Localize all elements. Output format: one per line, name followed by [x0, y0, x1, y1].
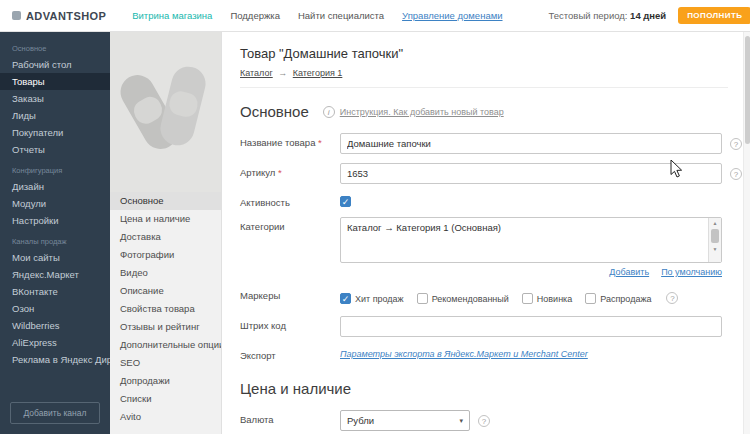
sidebar-item-1-1[interactable]: Модули [0, 195, 110, 212]
marker-checkbox-2[interactable] [522, 293, 533, 304]
sidebar-item-2-5[interactable]: AliExpress [0, 334, 110, 351]
field-row-export: Экспорт Параметры экспорта в Яндекс.Марк… [240, 346, 728, 361]
logo[interactable]: ADVANTSHOP [12, 10, 106, 22]
marker-option-2: Новинка [522, 289, 572, 306]
product-tabs: ОсновноеЦена и наличиеДоставкаФотографии… [110, 192, 221, 426]
export-settings-link[interactable]: Параметры экспорта в Яндекс.Маркет и Mer… [340, 349, 588, 359]
field-label-currency: Валюта [240, 410, 340, 425]
breadcrumb: Каталог → Категория 1 [240, 68, 728, 78]
sidebar-section-title-0: Основное [0, 36, 110, 56]
product-tab-6[interactable]: Свойства товара [110, 300, 221, 318]
scroll-down-icon[interactable]: ▼ [709, 244, 721, 254]
currency-select[interactable]: Рубли ▾ [340, 410, 470, 431]
sidebar-item-1-0[interactable]: Дизайн [0, 178, 110, 195]
barcode-input[interactable] [340, 316, 722, 337]
marker-checkbox-0[interactable]: ✓ [340, 293, 351, 304]
scrollbar-thumb[interactable] [711, 229, 719, 243]
sidebar-item-2-3[interactable]: Озон [0, 300, 110, 317]
product-tab-9[interactable]: SEO [110, 354, 221, 372]
product-tab-10[interactable]: Допродажи [110, 372, 221, 390]
field-label-export: Экспорт [240, 346, 340, 361]
sidebar-item-2-4[interactable]: Wildberries [0, 317, 110, 334]
marker-option-1: Рекомендованный [417, 289, 509, 306]
marker-checkbox-group: ✓Хит продажРекомендованныйНовинкаРаспрод… [340, 289, 664, 307]
product-tab-2[interactable]: Доставка [110, 228, 221, 246]
page-header: Товар "Домашние тапочки" Каталог → Катег… [240, 46, 728, 88]
sidebar-item-2-2[interactable]: ВКонтакте [0, 283, 110, 300]
domains-link[interactable]: Управление доменами [402, 10, 502, 21]
categories-value: Каталог → Категория 1 (Основная) [341, 218, 708, 262]
sidebar-item-0-2[interactable]: Заказы [0, 90, 110, 107]
field-label-name: Название товара * [240, 133, 340, 148]
help-icon-sku[interactable]: ? [730, 168, 742, 180]
logo-text: ADVANTSHOP [26, 10, 106, 22]
trial-period: Тестовый период: 14 дней [549, 10, 667, 21]
breadcrumb-catalog[interactable]: Каталог [240, 68, 273, 78]
scroll-up-icon[interactable]: ▲ [709, 218, 721, 228]
activity-checkbox[interactable]: ✓ [340, 196, 351, 207]
sidebar-item-0-0[interactable]: Рабочий стол [0, 56, 110, 73]
product-tab-0[interactable]: Основное [110, 192, 221, 210]
breadcrumb-category[interactable]: Категория 1 [293, 68, 343, 78]
product-tab-5[interactable]: Описание [110, 282, 221, 300]
help-icon-name[interactable]: ? [730, 138, 742, 150]
marker-checkbox-1[interactable] [417, 293, 428, 304]
product-photo[interactable] [110, 32, 221, 192]
topup-button[interactable]: ПОПОЛНИТЬ [678, 7, 750, 24]
field-row-name: Название товара * ? [240, 133, 728, 154]
marker-label-0: Хит продаж [355, 294, 404, 304]
product-tab-7[interactable]: Отзывы и рейтинг [110, 318, 221, 336]
field-label-markers: Маркеры [240, 286, 340, 301]
chevron-down-icon: ▾ [459, 417, 463, 425]
product-tab-4[interactable]: Видео [110, 264, 221, 282]
add-category-link[interactable]: Добавить [609, 267, 649, 277]
storefront-link[interactable]: Витрина магазина [132, 10, 212, 21]
marker-option-0: ✓Хит продаж [340, 289, 404, 306]
section-heading-main: Основное [240, 103, 309, 120]
product-tab-3[interactable]: Фотографии [110, 246, 221, 264]
help-icon-markers[interactable]: ? [666, 292, 678, 304]
product-tab-11[interactable]: Списки [110, 390, 221, 408]
page-scrollbar-thumb[interactable] [745, 36, 750, 144]
product-name-input[interactable] [340, 133, 722, 154]
help-icon-currency[interactable]: ? [478, 415, 490, 427]
slipper-image-right [157, 63, 209, 149]
field-row-barcode: Штрих код [240, 316, 728, 337]
categories-scrollbar[interactable]: ▲ ▼ [708, 218, 721, 262]
trial-value: 14 дней [630, 10, 666, 21]
categories-box[interactable]: Каталог → Категория 1 (Основная) ▲ ▼ [340, 217, 722, 263]
field-row-activity: Активность ✓ [240, 193, 728, 208]
required-mark: * [278, 167, 282, 178]
sidebar-item-2-1[interactable]: Яндекс.Маркет [0, 266, 110, 283]
sku-input[interactable] [340, 163, 722, 184]
field-row-sku: Артикул * ? [240, 163, 728, 184]
sidebar-nav: ОсновноеРабочий столТоварыЗаказыЛидыПоку… [0, 36, 110, 368]
product-tab-12[interactable]: Avito [110, 408, 221, 426]
find-specialist-link[interactable]: Найти специалиста [298, 10, 384, 21]
instruction-link[interactable]: Инструкция. Как добавить новый товар [340, 107, 504, 117]
breadcrumb-separator: → [278, 68, 287, 78]
sidebar-item-2-0[interactable]: Мои сайты [0, 249, 110, 266]
section-header-price: Цена и наличие [240, 380, 728, 397]
field-label-barcode: Штрих код [240, 316, 340, 331]
sidebar-item-1-2[interactable]: Настройки [0, 212, 110, 229]
sidebar-item-0-5[interactable]: Отчеты [0, 141, 110, 158]
sidebar-item-2-6[interactable]: Реклама в Яндекс Директ [0, 351, 110, 368]
add-channel-button[interactable]: Добавить канал [10, 402, 100, 424]
advantshop-admin: ADVANTSHOP Витрина магазина Поддержка На… [0, 0, 750, 434]
sidebar-item-0-1[interactable]: Товары [0, 73, 110, 90]
marker-checkbox-3[interactable] [585, 293, 596, 304]
sidebar-item-0-4[interactable]: Покупатели [0, 124, 110, 141]
sidebar-item-0-3[interactable]: Лиды [0, 107, 110, 124]
page-title: Товар "Домашние тапочки" [240, 46, 728, 61]
info-icon[interactable]: i [323, 106, 335, 118]
product-tab-8[interactable]: Дополнительные опции [110, 336, 221, 354]
required-mark: * [318, 137, 322, 148]
sku-label-text: Артикул [240, 167, 275, 178]
default-category-link[interactable]: По умолчанию [661, 267, 722, 277]
topbar: ADVANTSHOP Витрина магазина Поддержка На… [0, 0, 750, 32]
field-row-categories: Категории Каталог → Категория 1 (Основна… [240, 217, 728, 277]
support-link[interactable]: Поддержка [230, 10, 280, 21]
page-scrollbar[interactable] [743, 32, 750, 434]
product-tab-1[interactable]: Цена и наличие [110, 210, 221, 228]
